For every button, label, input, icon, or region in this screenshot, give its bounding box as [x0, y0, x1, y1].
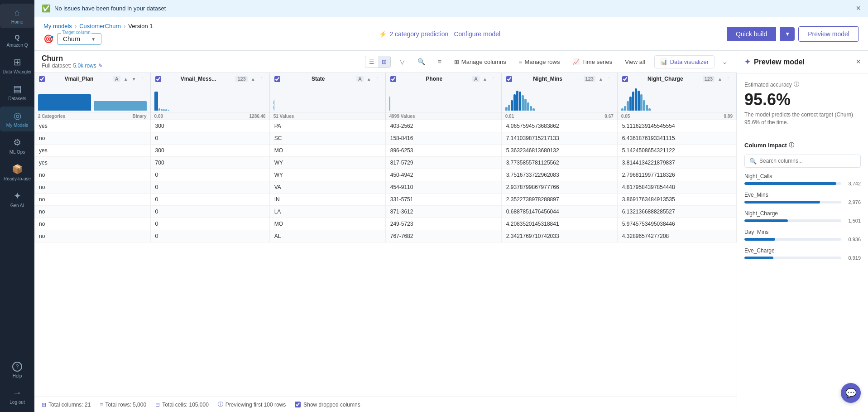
impact-bar-bg — [744, 219, 841, 222]
col-more-state[interactable]: ⋮ — [374, 76, 381, 82]
col-type-state: A — [356, 76, 364, 82]
sidebar-item-mlops[interactable]: ⚙ ML Ops — [0, 133, 34, 158]
col-sort-asc-vmail-plan[interactable]: ▲ — [122, 76, 129, 82]
col-type-vmail-plan: A — [113, 76, 120, 82]
col-checkbox-vmail-plan[interactable] — [39, 76, 45, 82]
table-row: no0WY450-49423.75167337229620832.7968119… — [34, 169, 737, 181]
manage-columns-button[interactable]: ⊞ Manage columns — [451, 57, 510, 67]
grid-view-button[interactable]: ⊞ — [378, 56, 390, 68]
list-view-button[interactable]: ☰ — [365, 56, 378, 68]
col-type-vmail-mess: 123 — [235, 76, 247, 82]
notification-close-button[interactable]: × — [856, 4, 861, 13]
sidebar-item-label: Data Wrangler — [3, 69, 32, 74]
datasets-icon: ▤ — [13, 83, 22, 94]
search-columns-box[interactable]: 🔍 — [744, 155, 861, 168]
info-icon: ⓘ — [218, 401, 223, 408]
search-button[interactable]: 🔍 — [414, 56, 429, 68]
total-rows-text: Total rows: 5,000 — [105, 402, 146, 408]
filter-button[interactable]: ▽ — [396, 56, 408, 68]
preview-model-button[interactable]: Preview model — [798, 26, 859, 42]
edit-icon[interactable]: ✎ — [98, 63, 103, 69]
toolbar-actions: ☰ ⊞ ▽ 🔍 ≡ ⊞ Manage columns ≡ Manage rows — [365, 55, 729, 68]
list-button[interactable]: ≡ — [434, 56, 445, 68]
expand-button[interactable]: ⌄ — [720, 56, 729, 68]
col-sort-asc-vmail-mess[interactable]: ▲ — [249, 76, 257, 82]
notification-message-area: ✅ No issues have been found in your data… — [42, 4, 166, 13]
col-more-vmail-plan[interactable]: ⋮ — [139, 76, 146, 82]
accuracy-desc: The model predicts the correct target (C… — [744, 111, 861, 126]
sidebar-item-mymodels[interactable]: ◎ My Models — [0, 107, 34, 131]
rows-link[interactable]: 5.0k rows — [73, 63, 96, 69]
view-all-button[interactable]: View all — [621, 57, 649, 67]
column-header-vmail-plan: Vmail_Plan A ▲ ▼ ⋮ — [34, 73, 150, 120]
col-more-vmail-mess[interactable]: ⋮ — [258, 76, 265, 82]
col-checkbox-night-mins[interactable] — [506, 76, 512, 82]
impact-name: Night_Calls — [744, 173, 861, 179]
sidebar-item-amazonq[interactable]: Q Amazon Q — [0, 30, 34, 51]
col-checkbox-phone[interactable] — [390, 76, 396, 82]
col-sort-asc-state[interactable]: ▲ — [365, 76, 373, 82]
sidebar-item-datasets[interactable]: ▤ Datasets — [0, 80, 34, 105]
target-column-selector[interactable]: Target column Churn ▼ — [57, 33, 101, 45]
col-type-night-charge: 123 — [703, 76, 715, 82]
col-sort-asc-night-charge[interactable]: ▲ — [716, 76, 724, 82]
time-series-button[interactable]: 📈 Time series — [569, 57, 616, 67]
category-badge: ⚡ 2 category prediction — [379, 30, 448, 38]
col-name-night-charge: Night_Charge — [630, 76, 701, 82]
col-sort-desc-vmail-plan[interactable]: ▼ — [130, 76, 138, 82]
configure-model-button[interactable]: Configure model — [454, 30, 500, 38]
sidebar-item-home[interactable]: ⌂ Home — [0, 4, 34, 28]
column-header-vmail-mess: Vmail_Mess... 123 ▲ ⋮ — [150, 73, 269, 120]
sidebar-item-datawrangler[interactable]: ⊞ Data Wrangler — [0, 53, 34, 78]
col-sort-asc-phone[interactable]: ▲ — [481, 76, 489, 82]
col-chart-night-mins — [502, 85, 617, 112]
col-chart-phone — [386, 85, 501, 112]
panel-title: ✦ Preview model — [744, 58, 805, 66]
col-more-phone[interactable]: ⋮ — [489, 76, 497, 82]
sidebar-item-logout[interactable]: → Log out — [0, 384, 34, 408]
impact-row-day-mins: Day_Mins 0.936 — [744, 229, 861, 242]
quick-build-button[interactable]: Quick build — [727, 27, 776, 41]
quick-build-dropdown-button[interactable]: ▼ — [780, 27, 795, 41]
col-checkbox-vmail-mess[interactable] — [155, 76, 161, 82]
breadcrumb-customerchurn[interactable]: CustomerChurn — [79, 23, 121, 29]
col-checkbox-night-charge[interactable] — [622, 76, 628, 82]
breadcrumb-mymodels[interactable]: My models — [43, 23, 72, 29]
genai-icon: ✦ — [14, 190, 21, 201]
category-text: 2 category prediction — [389, 30, 448, 38]
sidebar-item-genai[interactable]: ✦ Gen AI — [0, 187, 34, 212]
col-sort-asc-night-mins[interactable]: ▲ — [597, 76, 604, 82]
preview-note-text: Previewing first 100 rows — [225, 402, 286, 408]
sidebar-item-label: Log out — [10, 400, 24, 405]
total-columns-text: Total columns: 21 — [48, 402, 91, 408]
column-header-night-mins: Night_Mins 123 ▲ ⋮ — [501, 73, 617, 120]
sidebar-item-help[interactable]: ? Help — [0, 358, 34, 382]
accuracy-section: Estimated accuracy ⓘ 95.6% The model pre… — [737, 73, 868, 134]
columns-icon: ⊞ — [42, 402, 46, 408]
impact-name: Eve_Charge — [744, 247, 861, 254]
impact-row-eve-charge: Eve_Charge 0.919 — [744, 247, 861, 261]
data-table-container[interactable]: Vmail_Plan A ▲ ▼ ⋮ — [34, 73, 737, 397]
impact-bar-fill — [744, 219, 788, 222]
sidebar-item-label: Gen AI — [10, 203, 24, 208]
impact-value: 2,976 — [845, 199, 861, 205]
table-row: no0SC158-84167.14103987152171336.4361876… — [34, 132, 737, 145]
data-visualizer-button[interactable]: 📊 Data visualizer — [654, 55, 715, 68]
dataset-name: Churn — [42, 54, 103, 63]
show-dropped-label[interactable]: Show dropped columns — [295, 402, 360, 408]
col-checkbox-state[interactable] — [274, 76, 280, 82]
manage-rows-button[interactable]: ≡ Manage rows — [515, 57, 564, 67]
header-left-section: My models › CustomerChurn › Version 1 🎯 … — [43, 23, 153, 45]
search-columns-input[interactable] — [759, 158, 856, 164]
col-name-vmail-mess: Vmail_Mess... — [163, 76, 234, 82]
col-more-night-mins[interactable]: ⋮ — [605, 76, 613, 82]
impact-bar-fill — [744, 238, 775, 241]
impact-value: 3,742 — [845, 181, 861, 186]
show-dropped-checkbox[interactable] — [295, 402, 301, 407]
main-content: ✅ No issues have been found in your data… — [34, 0, 868, 412]
panel-close-button[interactable]: × — [856, 57, 861, 67]
sidebar-item-label: Amazon Q — [6, 43, 28, 48]
chat-button[interactable]: 💬 — [841, 383, 861, 403]
sidebar-item-readytouse[interactable]: 📦 Ready-to-use — [0, 160, 34, 185]
col-more-night-charge[interactable]: ⋮ — [724, 76, 732, 82]
